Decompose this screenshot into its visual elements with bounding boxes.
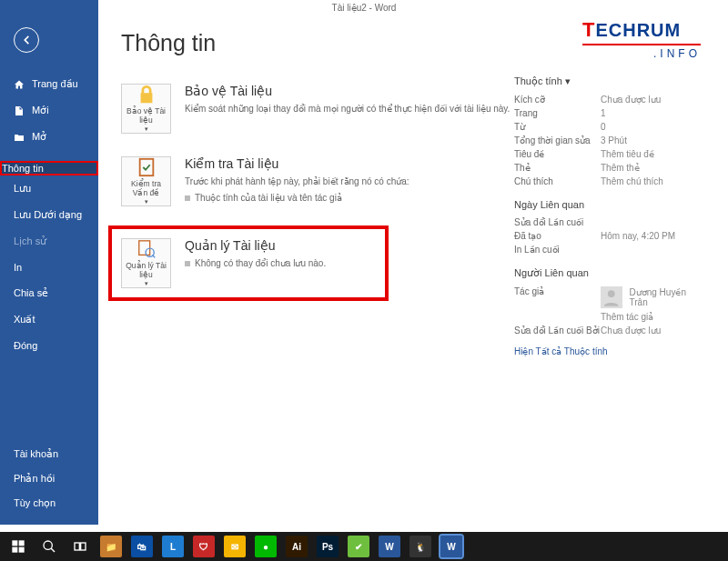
prop-key: Tác giả <box>514 286 601 308</box>
props-heading[interactable]: Thuộc tính ▾ <box>514 75 705 87</box>
prop-row: Sửa đổi Lần cuối <box>514 215 705 229</box>
sidebar-item-save[interactable]: Lưu <box>0 175 98 202</box>
manage-icon <box>136 239 157 259</box>
prop-row: Từ0 <box>514 120 705 134</box>
prop-value[interactable]: 3 Phút <box>601 135 705 145</box>
sidebar-label: Tài khoản <box>14 448 58 460</box>
avatar-icon <box>601 286 622 308</box>
prop-key: Trang <box>514 108 601 118</box>
show-all-properties-link[interactable]: Hiện Tất cả Thuộc tính <box>514 346 705 356</box>
prop-value[interactable] <box>601 245 705 255</box>
taskbar-app[interactable]: L <box>158 534 187 559</box>
prop-key: Sửa đổi Lần cuối <box>514 217 601 227</box>
chevron-down-icon: ▾ <box>565 75 571 86</box>
prop-key: Tiêu đề <box>514 149 601 159</box>
section-title: Kiểm tra Tài liệu <box>185 156 410 171</box>
sidebar-label: Lịch sử <box>14 235 46 247</box>
prop-value[interactable]: Thêm tiêu đề <box>601 149 705 159</box>
sidebar-item-open[interactable]: Mở <box>0 124 98 150</box>
chevron-down-icon: ▾ <box>145 280 148 287</box>
section-desc: Kiểm soát những loại thay đổi mà mọi ngư… <box>185 102 510 115</box>
svg-rect-10 <box>81 543 86 550</box>
properties-panel: Thuộc tính ▾ Kích cỡChưa được lưuTrang1T… <box>514 30 705 511</box>
taskbar-app[interactable]: Ai <box>282 534 311 559</box>
taskbar-app-word[interactable]: W <box>437 534 466 559</box>
prop-key: Chú thích <box>514 176 601 186</box>
open-icon <box>14 132 25 143</box>
prop-value[interactable]: Thêm thẻ <box>601 163 705 173</box>
prop-key: Đã tạo <box>514 231 601 241</box>
prop-value: Chưa được lưu <box>601 326 705 336</box>
section-title: Bảo vệ Tài liệu <box>185 84 510 98</box>
section-title: Quản lý Tài liệu <box>185 238 326 253</box>
prop-value[interactable] <box>601 217 705 227</box>
svg-rect-1 <box>138 241 149 255</box>
inspect-icon <box>136 157 157 177</box>
author-name[interactable]: Dương Huyền Trân <box>630 287 706 307</box>
prop-value[interactable]: Chưa được lưu <box>601 95 705 105</box>
prop-row: ThẻThêm thẻ <box>514 161 705 175</box>
button-label: Quản lý Tài liệu <box>124 261 168 279</box>
sidebar-item-history[interactable]: Lịch sử <box>0 228 98 255</box>
inspect-document-section: Kiểm tra Vấn đề ▾ Kiểm tra Tài liệu Trướ… <box>121 156 514 206</box>
taskbar-app[interactable]: 🐧 <box>406 534 435 559</box>
prop-value[interactable]: 0 <box>601 122 705 132</box>
svg-point-3 <box>608 290 615 297</box>
manage-document-section: Quản lý Tài liệu ▾ Quản lý Tài liệu Khôn… <box>112 229 385 297</box>
sidebar-item-export[interactable]: Xuất <box>0 306 98 333</box>
prop-row: Tổng thời gian sửa3 Phút <box>514 134 705 147</box>
add-author-link[interactable]: Thêm tác giả <box>601 312 653 322</box>
sidebar-label: Mở <box>32 131 46 143</box>
sidebar-item-account[interactable]: Tài khoản <box>0 442 98 466</box>
sidebar-label: Tùy chọn <box>14 497 56 509</box>
taskbar-app[interactable]: 🛡 <box>189 534 218 559</box>
title-bar: Tài liệu2 - Word <box>0 0 728 16</box>
lock-icon <box>136 85 157 105</box>
home-icon <box>14 79 25 90</box>
sidebar-item-print[interactable]: In <box>0 255 98 280</box>
protect-document-button[interactable]: Bảo vệ Tài liệu ▾ <box>121 84 171 134</box>
taskbar-app[interactable]: W <box>375 534 404 559</box>
taskbar-app[interactable]: ● <box>251 534 280 559</box>
sidebar-label: Thông tin <box>2 163 44 174</box>
prop-key: Thẻ <box>514 163 601 173</box>
taskbar-app[interactable]: Ps <box>313 534 342 559</box>
prop-key: Kích cỡ <box>514 95 601 105</box>
prop-key: In Lần cuối <box>514 245 601 255</box>
manage-document-button[interactable]: Quản lý Tài liệu ▾ <box>121 238 171 288</box>
sidebar-item-close[interactable]: Đóng <box>0 333 98 358</box>
main-content: Thông tin Bảo vệ Tài liệu ▾ Bảo vệ Tài l… <box>98 16 728 525</box>
prop-value[interactable]: Hôm nay, 4:20 PM <box>601 231 705 241</box>
bullet-icon <box>185 261 190 266</box>
sidebar-item-options[interactable]: Tùy chọn <box>0 491 98 516</box>
backstage-sidebar: Trang đầu Mới Mở Thông tin Lưu Lưu Dưới … <box>0 0 98 525</box>
prop-row: Trang1 <box>514 106 705 120</box>
list-item: Thuộc tính của tài liệu và tên tác giả <box>195 191 342 205</box>
svg-rect-6 <box>12 547 17 553</box>
button-label: Bảo vệ Tài liệu <box>124 106 168 125</box>
sidebar-item-saveas[interactable]: Lưu Dưới dạng <box>0 202 98 228</box>
taskbar-app[interactable]: ✔ <box>344 534 373 559</box>
taskbar-app[interactable]: 📁 <box>96 534 126 559</box>
search-button[interactable] <box>35 534 64 559</box>
page-title: Thông tin <box>121 30 514 56</box>
start-button[interactable] <box>4 534 33 559</box>
back-button[interactable] <box>14 27 39 53</box>
inspect-document-button[interactable]: Kiểm tra Vấn đề ▾ <box>121 156 171 206</box>
svg-rect-7 <box>19 547 25 553</box>
list-item: Không có thay đổi chưa lưu nào. <box>195 256 326 270</box>
taskbar-app[interactable]: ✉ <box>220 534 249 559</box>
prop-value[interactable]: Thêm chú thích <box>601 176 705 186</box>
props-heading: Người Liên quan <box>514 267 705 279</box>
taskview-button[interactable] <box>66 534 95 559</box>
new-icon <box>14 105 25 116</box>
sidebar-item-home[interactable]: Trang đầu <box>0 71 98 97</box>
sidebar-item-info[interactable]: Thông tin <box>0 161 98 175</box>
sidebar-label: Mới <box>32 105 49 116</box>
prop-row: Kích cỡChưa được lưu <box>514 93 705 106</box>
taskbar-app[interactable]: 🛍 <box>127 534 157 559</box>
prop-value[interactable]: 1 <box>601 108 705 118</box>
sidebar-item-share[interactable]: Chia sẻ <box>0 280 98 306</box>
sidebar-item-feedback[interactable]: Phản hồi <box>0 466 98 491</box>
sidebar-item-new[interactable]: Mới <box>0 97 98 124</box>
